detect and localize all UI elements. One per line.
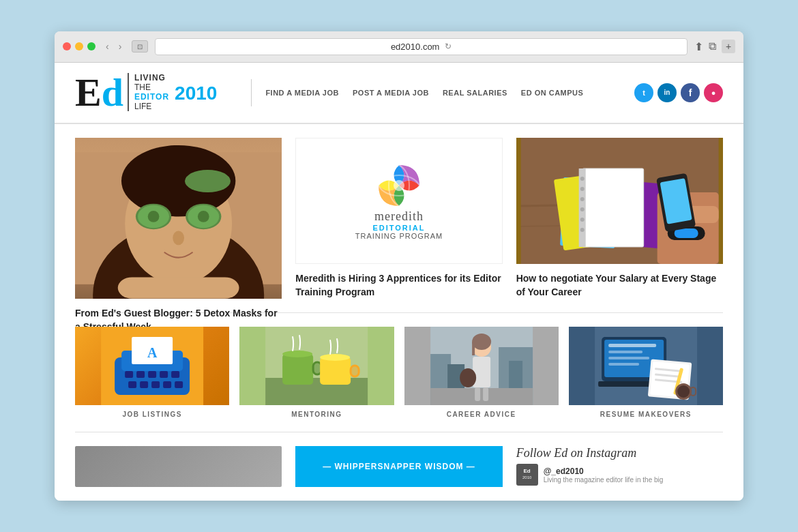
svg-point-25 <box>580 187 584 191</box>
whippersnapper-button[interactable]: — WHIPPERSNAPPER WISDOM — <box>295 446 502 487</box>
duplicate-button[interactable]: ⧉ <box>709 40 716 53</box>
svg-point-55 <box>282 351 312 357</box>
svg-rect-48 <box>151 381 160 388</box>
toolbar-actions: ⬆ ⧉ + <box>694 40 735 53</box>
facebook-icon[interactable]: f <box>681 83 700 102</box>
svg-rect-66 <box>473 357 490 387</box>
nav-divider <box>251 79 252 106</box>
svg-rect-44 <box>160 371 168 378</box>
svg-point-87 <box>677 385 690 398</box>
svg-rect-75 <box>608 344 656 347</box>
nav-ed-campus[interactable]: ED ON CAMPUS <box>521 89 584 97</box>
category-job-listings[interactable]: A <box>75 327 229 418</box>
meredith-editorial: EDITORIAL <box>372 224 425 232</box>
category-mentoring[interactable]: MENTORING <box>239 327 394 418</box>
tab-icon: ⊡ <box>132 40 148 53</box>
svg-rect-68 <box>483 387 488 401</box>
meredith-training: TRAINING PROGRAM <box>355 232 443 240</box>
svg-point-70 <box>472 334 491 350</box>
svg-rect-77 <box>608 357 649 359</box>
dot-minimize[interactable] <box>75 42 83 50</box>
bottom-row: — WHIPPERSNAPPER WISDOM — Follow Ed on I… <box>75 446 723 487</box>
linkedin-icon[interactable]: in <box>657 83 677 102</box>
category-career-label: CAREER ADVICE <box>404 411 559 418</box>
svg-point-27 <box>580 207 584 211</box>
svg-point-13 <box>394 180 404 191</box>
instagram-avatar: Ed2010 <box>516 464 538 486</box>
svg-point-29 <box>580 228 584 232</box>
category-job-label: JOB LISTINGS <box>75 411 229 418</box>
category-row: A <box>75 327 723 432</box>
forward-button[interactable]: › <box>115 40 125 53</box>
meredith-name: meredith <box>374 209 424 224</box>
svg-rect-49 <box>163 381 171 388</box>
logo-ed[interactable]: Ed <box>75 73 123 113</box>
svg-point-9 <box>198 211 209 222</box>
instagram-handle: Ed2010 @_ed2010 Living the magazine edit… <box>516 464 723 486</box>
instagram-icon[interactable]: ● <box>704 83 723 102</box>
bottom-image <box>75 446 282 487</box>
svg-rect-33 <box>674 228 698 238</box>
logo-living: LIVING <box>134 73 169 83</box>
svg-rect-57 <box>351 366 359 376</box>
article-meredith[interactable]: meredith EDITORIAL TRAINING PROGRAM Mere… <box>295 138 502 299</box>
site-header: Ed LIVING THE EDITOR LIFE 2010 FIND A ME… <box>55 63 743 124</box>
category-resume[interactable]: RESUME MAKEOVERS <box>569 327 723 418</box>
share-button[interactable]: ⬆ <box>694 40 703 53</box>
browser-toolbar: ‹ › ⊡ ed2010.com ↻ ⬆ ⧉ + <box>55 31 743 63</box>
svg-rect-43 <box>148 371 156 378</box>
nav-find-job[interactable]: FIND A MEDIA JOB <box>265 89 339 97</box>
svg-rect-67 <box>475 387 480 401</box>
logo-the: THE <box>134 83 169 92</box>
nav-real-salaries[interactable]: REAL SALARIES <box>443 89 507 97</box>
dot-close[interactable] <box>63 42 71 50</box>
svg-rect-22 <box>582 168 643 247</box>
dot-maximize[interactable] <box>87 42 95 50</box>
featured-articles-row: From Ed's Guest Blogger: 5 Detox Masks f… <box>75 138 723 313</box>
whippersnapper-label: — WHIPPERSNAPPER WISDOM — <box>323 462 475 471</box>
svg-rect-50 <box>175 381 183 388</box>
svg-rect-11 <box>118 277 239 298</box>
svg-rect-76 <box>608 351 642 353</box>
browser-dots <box>63 42 95 50</box>
svg-point-58 <box>320 354 350 361</box>
address-bar[interactable]: ed2010.com ↻ <box>155 38 688 55</box>
url-text: ed2010.com <box>391 42 440 52</box>
category-resume-label: RESUME MAKEOVERS <box>569 411 723 418</box>
logo-life: LIFE <box>134 102 169 111</box>
svg-rect-41 <box>125 371 133 378</box>
logo-editor: EDITOR <box>134 92 169 102</box>
nav-post-job[interactable]: POST A MEDIA JOB <box>353 89 429 97</box>
svg-rect-88 <box>690 387 696 396</box>
svg-point-6 <box>148 211 160 222</box>
instagram-title: Follow Ed on Instagram <box>516 446 723 460</box>
category-mentoring-label: MENTORING <box>239 411 394 418</box>
svg-rect-52 <box>265 378 368 405</box>
svg-point-28 <box>580 218 584 222</box>
back-button[interactable]: ‹ <box>102 40 113 53</box>
svg-point-3 <box>121 145 235 217</box>
article-salary-image <box>516 138 723 264</box>
svg-rect-64 <box>430 388 533 405</box>
logo-year: 2010 <box>175 83 217 104</box>
category-resume-image <box>569 327 723 405</box>
article-meredith-title: Meredith is Hiring 3 Apprentices for its… <box>295 272 502 299</box>
logo-area: Ed LIVING THE EDITOR LIFE 2010 <box>75 73 217 113</box>
svg-rect-71 <box>472 342 475 355</box>
article-spa[interactable]: From Ed's Guest Blogger: 5 Detox Masks f… <box>75 138 282 299</box>
svg-point-26 <box>580 197 584 201</box>
svg-point-69 <box>460 368 476 387</box>
twitter-icon[interactable]: t <box>634 83 653 102</box>
svg-rect-42 <box>136 371 145 378</box>
nav-buttons: ‹ › <box>102 40 125 53</box>
article-salary[interactable]: How to negotiate Your Salary at Every St… <box>516 138 723 299</box>
article-spa-image <box>75 138 282 299</box>
new-tab-button[interactable]: + <box>722 40 735 53</box>
category-career-advice[interactable]: CAREER ADVICE <box>404 327 559 418</box>
site-content: Ed LIVING THE EDITOR LIFE 2010 FIND A ME… <box>55 63 743 501</box>
social-icons: t in f ● <box>634 83 723 102</box>
svg-rect-47 <box>140 381 148 388</box>
instagram-section: Follow Ed on Instagram Ed2010 @_ed2010 L… <box>516 446 723 486</box>
svg-point-10 <box>173 231 184 245</box>
svg-point-24 <box>580 177 584 181</box>
